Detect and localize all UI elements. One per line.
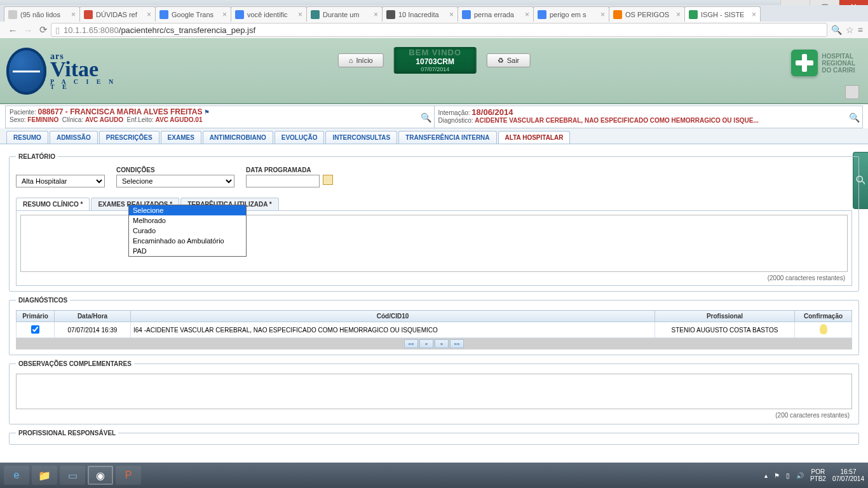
tab-close-icon[interactable]: × xyxy=(295,10,302,19)
observacoes-textarea[interactable] xyxy=(16,374,852,409)
taskbar-powerpoint-icon[interactable]: P xyxy=(116,466,141,485)
admission-search-icon[interactable]: 🔍 xyxy=(849,112,860,123)
browser-tab[interactable]: (95 não lidos× xyxy=(4,6,80,22)
relatorio-legend: RELATÓRIO xyxy=(16,153,58,160)
diag-header: Profissional xyxy=(655,311,795,322)
notes-icon[interactable] xyxy=(845,85,859,99)
dropdown-option[interactable]: Curado xyxy=(129,226,246,236)
obs-remaining-label: (200 caracteres restantes) xyxy=(16,410,852,419)
tab-close-icon[interactable]: × xyxy=(69,10,76,19)
tab-close-icon[interactable]: × xyxy=(144,10,151,19)
search-icon[interactable]: 🔍 xyxy=(831,25,842,35)
module-tab-prescri-es[interactable]: PRESCRIÇÕES xyxy=(99,131,159,144)
module-tab-admiss-o[interactable]: ADMISSÃO xyxy=(50,131,98,144)
patient-info-bar: Paciente: 088677 - FRANCISCA MARIA ALVES… xyxy=(5,105,863,128)
tab-close-icon[interactable]: × xyxy=(749,10,756,19)
table-row[interactable]: 07/07/2014 16:39I64 -ACIDENTE VASCULAR C… xyxy=(17,322,852,338)
app-header: ars Vitae P A C I E N T E ⌂ Início BEM V… xyxy=(0,38,868,104)
tray-battery-icon[interactable]: ▯ xyxy=(786,472,790,479)
taskbar-app-icon[interactable]: ▭ xyxy=(60,466,85,485)
windows-taskbar: e 📁 ▭ ◉ P ▴ ⚑ ▯ 🔊 PORPTB2 16:5707/07/201… xyxy=(0,463,868,488)
browser-tab[interactable]: perigo em s× xyxy=(533,6,609,22)
bookmark-star-icon[interactable]: ☆ xyxy=(846,25,854,35)
dropdown-option[interactable]: Selecione xyxy=(129,205,246,215)
pager-button[interactable]: »» xyxy=(450,339,464,348)
dropdown-option[interactable]: Melhorado xyxy=(129,215,246,226)
observacoes-fieldset: OBSERVAÇÕES COMPLEMENTARES (200 caracter… xyxy=(9,360,859,424)
system-tray[interactable]: ▴ ⚑ ▯ 🔊 PORPTB2 16:5707/07/2014 xyxy=(764,468,864,482)
condicoes-select[interactable]: Selecione xyxy=(116,175,234,187)
browser-tab-strip: (95 não lidos×DÚVIDAS ref×Google Trans×v… xyxy=(0,5,868,22)
tab-close-icon[interactable]: × xyxy=(598,10,605,19)
forward-button[interactable]: → xyxy=(20,23,36,37)
tab-close-icon[interactable]: × xyxy=(220,10,227,19)
url-host: 10.1.1.65 xyxy=(64,25,98,35)
browser-tab[interactable]: Google Trans× xyxy=(155,6,231,22)
browser-tab[interactable]: OS PERIGOS× xyxy=(609,6,685,22)
module-tab-antimicrobiano[interactable]: ANTIMICROBIANO xyxy=(203,131,273,144)
browser-tab[interactable]: você identific× xyxy=(231,6,307,22)
tab-close-icon[interactable]: × xyxy=(674,10,681,19)
favicon-icon xyxy=(613,10,622,19)
diagnosticos-pager: «««»»» xyxy=(16,338,852,349)
module-tab-resumo[interactable]: RESUMO xyxy=(6,131,48,144)
diagnosticos-fieldset: DIAGNÓSTICOS PrimárioData/HoraCód/CID10P… xyxy=(9,297,859,355)
module-tab-exames[interactable]: EXAMES xyxy=(161,131,201,144)
primario-checkbox[interactable] xyxy=(31,325,39,334)
logout-button[interactable]: ♻ Sair xyxy=(487,53,531,67)
reload-button[interactable]: ⟳ xyxy=(36,23,51,37)
favicon-icon xyxy=(689,10,698,19)
module-tab-interconsultas[interactable]: INTERCONSULTAS xyxy=(325,131,397,144)
logo-icon xyxy=(6,48,46,95)
browser-tab[interactable]: DÚVIDAS ref× xyxy=(79,6,156,22)
module-tab-alta-hospitalar[interactable]: ALTA HOSPITALAR xyxy=(498,131,571,144)
tray-volume-icon[interactable]: 🔊 xyxy=(796,472,804,479)
module-tab-evolu-o[interactable]: EVOLUÇÃO xyxy=(275,131,325,144)
favicon-icon xyxy=(235,10,244,19)
favicon-icon xyxy=(462,10,471,19)
profissional-fieldset: PROFISSIONAL RESPONSÁVEL xyxy=(9,430,859,445)
profissional-legend: PROFISSIONAL RESPONSÁVEL xyxy=(16,430,118,437)
favicon-icon xyxy=(386,10,395,19)
sub-tab[interactable]: RESUMO CLÍNICO * xyxy=(16,198,90,210)
resumo-remaining-label: (2000 caracteres restantes) xyxy=(20,273,848,281)
condicoes-dropdown-popup[interactable]: SelecioneMelhoradoCuradoEncaminhado ao A… xyxy=(128,205,247,257)
tab-close-icon[interactable]: × xyxy=(447,10,454,19)
tray-chevron-up-icon[interactable]: ▴ xyxy=(764,472,768,479)
home-button[interactable]: ⌂ Início xyxy=(338,53,384,67)
refresh-icon: ♻ xyxy=(498,57,504,65)
pager-button[interactable]: «« xyxy=(404,339,418,348)
diagnosticos-table: PrimárioData/HoraCód/CID10ProfissionalCo… xyxy=(16,310,852,338)
data-programada-input[interactable] xyxy=(246,175,320,187)
tray-flag-icon[interactable]: ⚑ xyxy=(774,472,780,479)
tab-close-icon[interactable]: × xyxy=(522,10,529,19)
taskbar-explorer-icon[interactable]: 📁 xyxy=(32,466,57,485)
dropdown-option[interactable]: Encaminhado ao Ambulatório xyxy=(129,236,246,246)
favicon-icon xyxy=(8,10,17,19)
browser-tab[interactable]: ISGH - SISTE× xyxy=(684,6,761,22)
chrome-menu-icon[interactable]: ≡ xyxy=(858,25,863,35)
hospital-brand: HOSPITAL REGIONAL DO CARIRI xyxy=(791,50,855,76)
diag-header: Confirmação xyxy=(795,311,852,322)
lightbulb-icon[interactable] xyxy=(820,324,827,334)
browser-tab[interactable]: perna errada× xyxy=(458,6,534,22)
browser-tab[interactable]: 10 Inacredita× xyxy=(382,6,458,22)
content-area: RELATÓRIO Alta Hospitalar CONDIÇÕES Sele… xyxy=(0,144,868,449)
taskbar-chrome-icon[interactable]: ◉ xyxy=(88,466,113,485)
data-programada-label: DATA PROGRAMADA xyxy=(246,166,333,173)
tab-close-icon[interactable]: × xyxy=(371,10,378,19)
browser-tab[interactable]: Durante um× xyxy=(306,6,383,22)
tipo-relatorio-select[interactable]: Alta Hospitalar xyxy=(16,175,105,187)
diag-header: Cód/CID10 xyxy=(131,311,655,322)
diagnosticos-legend: DIAGNÓSTICOS xyxy=(16,297,70,304)
taskbar-ie-icon[interactable]: e xyxy=(4,466,29,485)
module-tab-transfer-ncia-interna[interactable]: TRANSFERÊNCIA INTERNA xyxy=(398,131,496,144)
address-bar[interactable]: ▯ 10.1.1.65:8080/pacientehrc/cs_transfer… xyxy=(51,23,827,37)
user-chip: BEM VINDO 10703CRM 07/07/2014 xyxy=(394,47,477,74)
pager-button[interactable]: » xyxy=(435,339,449,348)
dropdown-option[interactable]: PAD xyxy=(129,246,246,256)
pager-button[interactable]: « xyxy=(419,339,433,348)
patient-search-icon[interactable]: 🔍 xyxy=(421,112,431,123)
back-button[interactable]: ← xyxy=(5,23,20,37)
calendar-icon[interactable] xyxy=(323,175,333,185)
